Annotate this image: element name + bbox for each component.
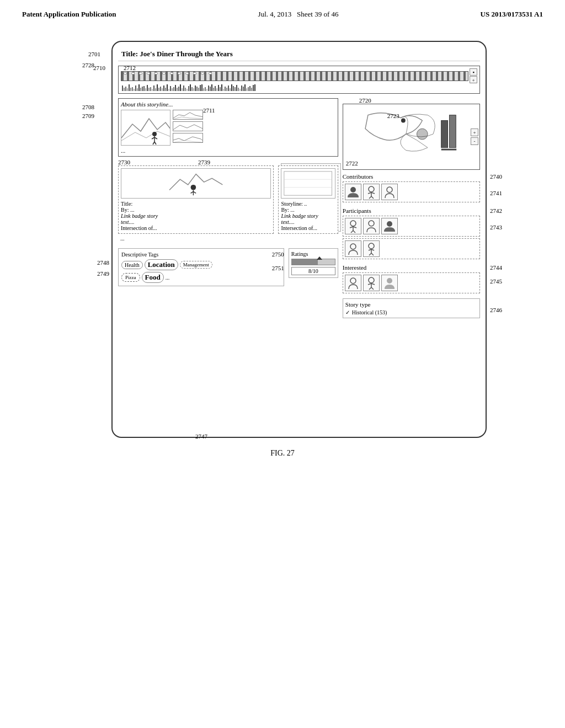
content-grid: About this storyline... (118, 98, 480, 318)
participants-row-2 (343, 238, 480, 259)
media-cards-wrapper: 2730 2739 (118, 160, 338, 242)
participant-avatar-3[interactable] (381, 218, 398, 234)
tag-pizza[interactable]: Pizza (121, 273, 140, 282)
label-2747: 2747 (195, 433, 207, 440)
device-frame: Title: Joe's Diner Through the Years 271… (111, 41, 487, 438)
fig-text: FIG. 27 (270, 449, 295, 457)
label-2740: 2740 (490, 173, 502, 180)
card-1-by: By: ... (121, 207, 271, 213)
participant-avatar-4[interactable] (345, 240, 361, 257)
participant-avatar-2[interactable] (363, 218, 380, 234)
map-zoom-in[interactable]: + (471, 129, 478, 136)
card-2-by: By: ... (281, 207, 335, 213)
timeline-wrapper: 2710 2712 (118, 66, 480, 94)
svg-rect-17 (449, 115, 456, 148)
svg-rect-16 (441, 121, 447, 148)
svg-line-41 (371, 253, 374, 255)
right-panel: 2720 (343, 98, 480, 318)
label-2744: 2744 (490, 264, 502, 271)
map-box[interactable]: 2722 2723 + - (343, 104, 480, 170)
label-2709: 2709 (82, 113, 94, 119)
svg-line-47 (369, 287, 371, 290)
ratings-score: 8/10 (291, 267, 335, 275)
label-2708: 2708 (82, 104, 94, 110)
participant-avatar-1[interactable] (345, 218, 361, 234)
story-type-item[interactable]: ✓ Historical (153) (345, 309, 477, 315)
participant-avatar-5[interactable] (363, 240, 380, 257)
card-1-title: Title: (121, 201, 271, 207)
svg-line-29 (350, 227, 353, 228)
tag-dots: ... (166, 275, 170, 281)
svg-line-45 (368, 283, 371, 285)
title-bar: Title: Joe's Diner Through the Years (118, 47, 480, 61)
interested-row (343, 272, 480, 293)
card-1-link: Link badge story (121, 213, 271, 219)
svg-line-40 (369, 253, 371, 255)
thumb-3 (173, 133, 203, 143)
svg-point-43 (369, 277, 374, 283)
card-2-wrapper: Storyline: .. By: ... Link badge story t… (278, 165, 338, 234)
interested-avatar-1[interactable] (345, 275, 361, 291)
svg-line-5 (153, 142, 154, 144)
media-cards: Title: By: ... Link badge story text....… (118, 165, 338, 234)
header-right: US 2013/0173531 A1 (481, 10, 543, 19)
media-card-1[interactable]: Title: By: ... Link badge story text....… (118, 165, 274, 234)
timeline-scroll-up[interactable]: ▪ (470, 68, 477, 76)
timeline-scroll-down[interactable]: + (470, 76, 477, 83)
label-2722: 2722 (346, 160, 358, 167)
story-type-section: Story type ✓ Historical (153) (343, 298, 480, 318)
svg-line-24 (369, 196, 371, 199)
tags-row-2: Pizza Food ... (121, 272, 281, 283)
label-2701: 2701 (88, 51, 100, 57)
svg-point-35 (350, 244, 356, 249)
interested-avatar-2[interactable] (363, 275, 380, 291)
contributor-avatar-1[interactable] (345, 184, 361, 200)
interested-avatar-3[interactable] (381, 275, 398, 291)
thumb-1 (173, 110, 203, 120)
story-type-title: Story type (345, 301, 477, 308)
media-card-2[interactable]: Storyline: .. By: ... Link badge story t… (278, 165, 338, 234)
story-type-label: Historical (153) (352, 309, 387, 315)
tags-section: Descriptive Tags Health Location Managem… (118, 248, 284, 286)
card-1-image (121, 168, 271, 199)
about-dots: ... (121, 147, 335, 154)
participants-row (343, 216, 480, 237)
contributor-avatar-2[interactable] (363, 184, 380, 200)
contributor-avatar-3[interactable] (381, 184, 398, 200)
header-left: Patent Application Publication (22, 10, 116, 19)
svg-point-34 (387, 221, 392, 227)
tag-location[interactable]: Location (145, 259, 178, 270)
diagram-wrapper: 2700 2701 2728 2708 2709 2702 Title: Joe… (56, 35, 509, 438)
participants-title: Participants (343, 207, 480, 214)
about-title: About this storyline... (121, 101, 335, 108)
label-2720: 2720 (359, 97, 371, 104)
label-2711: 2711 (203, 107, 215, 114)
label-2749: 2749 (97, 270, 109, 277)
svg-point-19 (350, 187, 356, 192)
timeline-section[interactable]: ▪ + (118, 66, 480, 94)
header-date: Jul. 4, 2013 (258, 10, 292, 18)
svg-line-22 (368, 192, 371, 194)
tag-health[interactable]: Health (121, 261, 143, 269)
svg-line-32 (353, 231, 355, 233)
label-2741: 2741 (490, 190, 502, 196)
map-zoom-out[interactable]: - (471, 137, 478, 145)
thumbnail-stack (173, 110, 203, 143)
ratings-wrapper: 2750 2751 Ratings 8/10 (289, 248, 338, 286)
svg-point-27 (350, 221, 356, 226)
card-2-link: Link badge story (281, 213, 335, 219)
label-2743: 2743 (490, 224, 502, 231)
tags-title: Descriptive Tags (121, 251, 281, 258)
svg-point-20 (369, 186, 374, 192)
tag-food[interactable]: Food (142, 272, 164, 283)
left-panel: About this storyline... (118, 98, 338, 318)
label-2746: 2746 (490, 307, 502, 313)
label-2723: 2723 (387, 113, 399, 119)
svg-line-46 (371, 283, 375, 285)
svg-point-49 (387, 278, 392, 283)
svg-line-31 (351, 231, 353, 233)
card-2-link2: text.... (281, 219, 335, 225)
ratings-section: Ratings 8/10 (289, 248, 338, 278)
svg-point-15 (417, 129, 428, 140)
tag-management[interactable]: Management (180, 261, 212, 269)
